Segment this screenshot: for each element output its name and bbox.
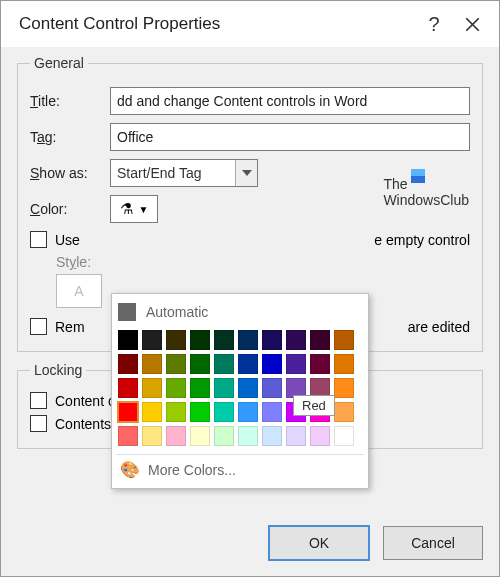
- showas-label: Show as:: [30, 165, 110, 181]
- style-combo: A: [56, 274, 102, 308]
- color-swatch[interactable]: [118, 378, 138, 398]
- caret-down-icon: ▼: [139, 204, 149, 215]
- color-swatch[interactable]: [334, 378, 354, 398]
- color-button[interactable]: ⚗ ▼: [110, 195, 158, 223]
- titlebar: Content Control Properties ?: [1, 1, 499, 47]
- color-swatch[interactable]: [190, 378, 210, 398]
- cancel-button[interactable]: Cancel: [383, 526, 483, 560]
- close-button[interactable]: [453, 6, 491, 42]
- color-swatch[interactable]: [214, 378, 234, 398]
- automatic-swatch: [118, 303, 136, 321]
- use-style-label-tail: e empty control: [374, 232, 470, 248]
- color-swatch[interactable]: [142, 426, 162, 446]
- color-swatch[interactable]: [166, 330, 186, 350]
- color-swatch[interactable]: [214, 330, 234, 350]
- locking-legend: Locking: [30, 362, 86, 378]
- paint-bucket-icon: ⚗: [120, 200, 133, 218]
- general-legend: General: [30, 55, 88, 71]
- color-swatch[interactable]: [262, 378, 282, 398]
- color-swatch[interactable]: [118, 354, 138, 374]
- color-swatch[interactable]: [166, 402, 186, 422]
- color-swatch[interactable]: [142, 330, 162, 350]
- color-swatch[interactable]: [118, 330, 138, 350]
- color-swatch[interactable]: [262, 426, 282, 446]
- color-swatch[interactable]: [262, 402, 282, 422]
- color-swatch[interactable]: [142, 378, 162, 398]
- palette-icon: 🎨: [120, 460, 140, 479]
- title-input[interactable]: [110, 87, 470, 115]
- checkbox-box: [30, 231, 47, 248]
- color-swatch[interactable]: [286, 426, 306, 446]
- color-swatch[interactable]: [190, 426, 210, 446]
- color-swatch[interactable]: [214, 402, 234, 422]
- color-swatch[interactable]: [118, 426, 138, 446]
- color-swatch[interactable]: [334, 426, 354, 446]
- checkbox-box: [30, 318, 47, 335]
- color-swatch[interactable]: [190, 354, 210, 374]
- color-swatch[interactable]: [190, 402, 210, 422]
- color-swatch[interactable]: [286, 354, 306, 374]
- color-swatch[interactable]: [310, 354, 330, 374]
- color-swatch[interactable]: [238, 354, 258, 374]
- use-style-checkbox[interactable]: Use e empty control: [30, 231, 470, 248]
- style-label: Style:: [56, 254, 470, 270]
- color-swatch[interactable]: [286, 330, 306, 350]
- color-swatch[interactable]: [166, 378, 186, 398]
- color-swatch[interactable]: [142, 354, 162, 374]
- color-swatch[interactable]: [190, 330, 210, 350]
- color-swatch[interactable]: [334, 402, 354, 422]
- help-button[interactable]: ?: [415, 6, 453, 42]
- color-swatch[interactable]: [262, 354, 282, 374]
- color-swatch[interactable]: [166, 354, 186, 374]
- color-swatch[interactable]: [334, 354, 354, 374]
- button-row: OK Cancel: [1, 512, 499, 576]
- checkbox-box: [30, 392, 47, 409]
- tag-input[interactable]: [110, 123, 470, 151]
- checkbox-box: [30, 415, 47, 432]
- chevron-down-icon: [235, 160, 257, 186]
- color-swatch[interactable]: [166, 426, 186, 446]
- remove-label-tail: are edited: [408, 319, 470, 335]
- color-swatch[interactable]: [334, 330, 354, 350]
- color-swatch[interactable]: [238, 378, 258, 398]
- more-colors[interactable]: 🎨 More Colors...: [116, 454, 364, 484]
- color-tooltip: Red: [293, 395, 335, 416]
- color-picker-popup: Automatic 🎨 More Colors...: [111, 293, 369, 489]
- showas-combo[interactable]: Start/End Tag: [110, 159, 258, 187]
- color-swatch[interactable]: [310, 426, 330, 446]
- color-swatch[interactable]: [142, 402, 162, 422]
- color-swatch[interactable]: [214, 426, 234, 446]
- tag-label: Tag:: [30, 129, 110, 145]
- color-swatch[interactable]: [238, 402, 258, 422]
- color-label: Color:: [30, 201, 110, 217]
- color-swatch[interactable]: [214, 354, 234, 374]
- color-swatch[interactable]: [310, 330, 330, 350]
- showas-value: Start/End Tag: [111, 165, 235, 181]
- automatic-color[interactable]: Automatic: [116, 298, 364, 326]
- remove-label-head: Rem: [55, 319, 85, 335]
- color-grid: [116, 326, 364, 454]
- color-swatch[interactable]: [262, 330, 282, 350]
- content-control-properties-dialog: Content Control Properties ? General Tit…: [0, 0, 500, 577]
- ok-button[interactable]: OK: [269, 526, 369, 560]
- dialog-title: Content Control Properties: [19, 14, 415, 34]
- color-swatch[interactable]: [238, 330, 258, 350]
- use-style-label: Use: [55, 232, 80, 248]
- title-label: Title:: [30, 93, 110, 109]
- close-icon: [465, 17, 480, 32]
- color-swatch[interactable]: [118, 402, 138, 422]
- color-swatch[interactable]: [238, 426, 258, 446]
- dialog-body: General Title: Tag: Show as: Start/End T…: [1, 47, 499, 512]
